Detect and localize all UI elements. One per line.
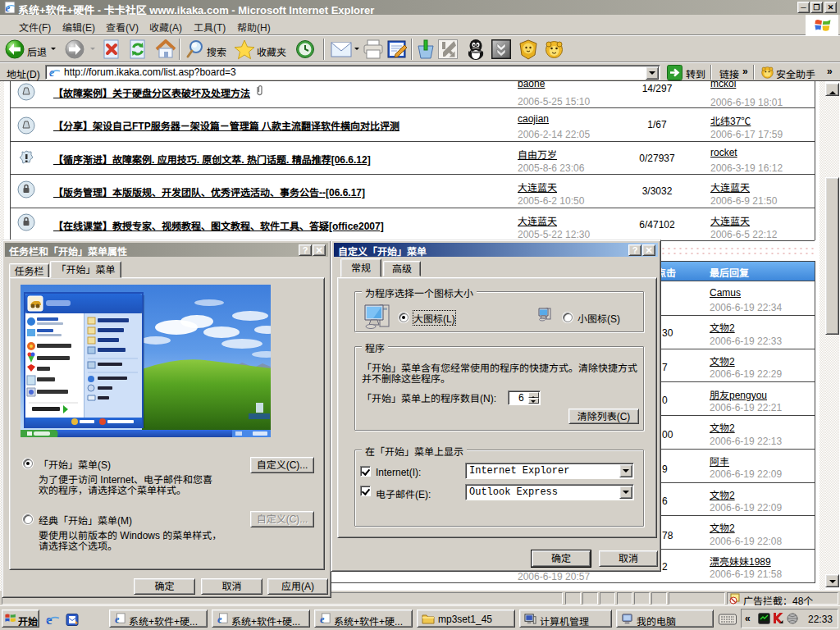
svg-text:e: e (320, 614, 325, 624)
svg-text:e: e (115, 614, 120, 624)
svg-text:e: e (217, 614, 222, 624)
